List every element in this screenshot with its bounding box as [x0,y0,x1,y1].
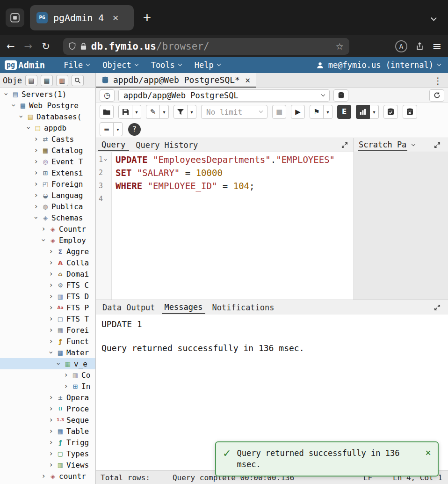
chevron-right-icon[interactable]: › [48,394,54,401]
chevron-right-icon[interactable]: › [48,450,54,457]
macros-button[interactable]: ≡ [100,122,114,136]
execute-options-button[interactable]: ⚑ [310,105,324,119]
database-stack-icon[interactable]: ▤ [25,75,37,86]
menu-help[interactable]: Help [188,57,227,73]
pgadmin-logo[interactable]: pgAdmin [5,60,45,70]
stop-button[interactable]: ■ [272,105,286,119]
chevron-down-icon[interactable]: › [2,91,10,97]
chevron-right-icon[interactable]: › [48,439,54,446]
reload-button[interactable]: ↻ [42,41,50,52]
menu-file[interactable]: File [57,57,96,73]
tree-item[interactable]: ›▦v_e [0,358,95,369]
chevron-down-icon[interactable] [412,142,415,146]
tree-item[interactable]: ›⌂Domai [0,268,95,279]
chevron-right-icon[interactable]: › [48,248,54,255]
chevron-right-icon[interactable]: › [33,180,39,188]
chevron-right-icon[interactable]: › [48,461,54,469]
shield-icon[interactable] [69,42,76,50]
chevron-right-icon[interactable]: › [33,191,39,199]
chevron-right-icon[interactable]: › [33,135,39,143]
filter-options-chevron-icon[interactable]: ▾ [188,105,196,119]
user-menu[interactable]: me@fymio.us (internal) [316,60,443,70]
chevron-right-icon[interactable]: › [48,293,54,300]
chevron-right-icon[interactable]: › [33,203,39,210]
querytool-tab[interactable]: appdb/app@Web PostgreSQL* × [96,73,256,88]
tree-item[interactable]: ›▤Web Postgre [0,100,95,111]
tree-item[interactable]: ›▢Types [0,448,95,459]
chevron-down-icon[interactable]: › [47,349,55,356]
chevron-right-icon[interactable]: › [63,382,69,390]
edit-options-chevron-icon[interactable]: ▾ [160,105,169,119]
bookmark-star-icon[interactable]: ☆ [336,41,344,51]
tree-item[interactable]: ›▤appdb [0,122,95,133]
expand-icon[interactable] [430,142,444,148]
tab-close-icon[interactable]: × [245,75,250,85]
chevron-down-icon[interactable]: › [25,125,32,131]
tree-item[interactable]: ›▥Views [0,459,95,470]
chevron-right-icon[interactable]: › [40,472,47,480]
tree-item[interactable]: ›◈countr [0,470,95,482]
execute-options-chevron-icon[interactable]: ▾ [324,105,332,119]
chevron-down-icon[interactable]: › [10,102,17,109]
chevron-right-icon[interactable]: › [40,225,47,233]
commit-button[interactable] [383,105,398,119]
chevron-right-icon[interactable]: › [33,158,39,165]
new-tab-button[interactable]: + [139,10,155,25]
search-icon[interactable] [72,75,84,86]
tree-item[interactable]: ›1.3Seque [0,414,95,425]
tree-item[interactable]: ›▢FTS T [0,313,95,324]
tree-item[interactable]: ›▦Mater [0,347,95,358]
chevron-right-icon[interactable]: › [48,427,54,435]
execute-button[interactable]: ▶ [291,105,305,119]
edit-button[interactable]: ✎ [146,105,160,119]
fold-chevron-icon[interactable]: › [102,157,109,162]
tree-item[interactable]: ›ƒTrigg [0,437,95,448]
sql-editor[interactable]: 1›234 UPDATE "EmployeesDepartments"."EMP… [96,152,354,300]
tree-item[interactable]: ›◍Publica [0,201,95,212]
tab-data-output[interactable]: Data Output [100,301,158,314]
tree-item[interactable]: ›◈Schemas [0,212,95,223]
connection-select[interactable]: appdb/app@Web PostgreSQL [118,89,330,102]
chevron-right-icon[interactable]: › [33,169,39,176]
tab-close-icon[interactable]: × [112,12,118,23]
chevron-right-icon[interactable]: › [48,416,54,424]
menu-icon[interactable]: ≡ [432,40,441,53]
tab-notifications[interactable]: Notifications [209,301,277,314]
tree-item[interactable]: ›ΣAggre [0,246,95,257]
tree-item[interactable]: ›▤Servers(1) [0,88,95,100]
reconnect-icon[interactable] [429,89,444,102]
kebab-menu-icon[interactable]: ⋮ [428,75,448,86]
tab-overview-icon[interactable] [6,8,24,27]
expand-icon[interactable] [338,142,352,148]
chevron-right-icon[interactable]: › [48,405,54,412]
toast-close-icon[interactable]: × [425,447,431,458]
tree-item[interactable]: ›▥FTS D [0,291,95,302]
tree-item[interactable]: ›()Proce [0,403,95,414]
tree-item[interactable]: ›◒Languag [0,190,95,201]
scratch-pad-title[interactable]: Scratch Pa [358,139,407,151]
explain-analyze-button[interactable] [356,105,370,119]
database-connection-icon[interactable] [333,89,348,102]
menu-object[interactable]: Object [96,57,144,73]
sql-code[interactable]: UPDATE "EmployeesDepartments"."EMPLOYEES… [112,152,354,300]
back-button[interactable]: ← [7,41,15,52]
chevron-down-icon[interactable]: › [40,237,47,243]
share-icon[interactable] [416,42,424,50]
tree-item[interactable]: ›◈Employ [0,235,95,246]
chevron-down-icon[interactable]: › [32,214,40,221]
address-bar[interactable]: db.fymio.us/browser/ ☆ [63,38,349,55]
open-file-button[interactable] [100,105,114,119]
grid-icon[interactable]: ▦ [41,75,53,86]
explain-button[interactable]: E [337,105,351,119]
tree-item[interactable]: ›▦Catalog [0,145,95,156]
tree-item[interactable]: ›▤Databases( [0,111,95,122]
tree-item[interactable]: ›▦Forei [0,324,95,336]
tree-item[interactable]: ›▥Co [0,369,95,381]
tree-item[interactable]: ›ƒFunct [0,336,95,347]
help-button[interactable]: ? [128,123,141,136]
tree-item[interactable]: ›⊞Extensi [0,167,95,178]
explain-options-chevron-icon[interactable]: ▾ [370,105,379,119]
tab-query[interactable]: Query [98,139,129,151]
chevron-down-icon[interactable]: › [17,113,25,120]
macros-chevron-icon[interactable]: ▾ [114,122,123,136]
